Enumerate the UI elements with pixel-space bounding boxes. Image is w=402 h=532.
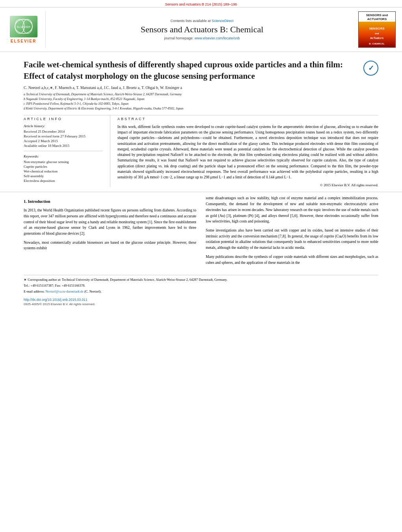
- keyword-2: Wet-chemical reduction: [24, 169, 103, 173]
- crossmark-icon: ✓: [368, 64, 374, 72]
- article-info-col: ARTICLE INFO Article history: Received 2…: [24, 115, 110, 187]
- svg-text:AcTuators: AcTuators: [370, 37, 383, 39]
- sensors-actuators-logo: SENSORS andACTUATORS SENSORS and AcTuato…: [358, 11, 396, 48]
- svg-text:ELSEVIER: ELSEVIER: [17, 26, 30, 28]
- available-date: Available online 18 March 2015: [24, 144, 103, 148]
- journal-homepage: journal homepage: www.elsevier.com/locat…: [164, 36, 240, 40]
- abstract-text: In this work, different facile synthesis…: [117, 124, 378, 180]
- article-title-area: Facile wet-chemical synthesis of differe…: [24, 59, 378, 82]
- keyword-3: Self-assembly: [24, 174, 103, 178]
- email-link[interactable]: Neetzel@ca.tu-darmstadt.de: [45, 289, 84, 293]
- body-col-right: some disadvantages such as low stability…: [206, 195, 378, 269]
- revised-date: Received in revised form 27 February 201…: [24, 134, 103, 138]
- right-para-3: Many publications describe the synthesis…: [206, 254, 378, 265]
- crossmark-badge: ✓: [363, 61, 378, 76]
- elsevier-text: ELSEVIER: [11, 39, 36, 43]
- doi-link[interactable]: http://dx.doi.org/10.1016/j.snb.2015.03.…: [24, 298, 87, 302]
- intro-para-2: Nowadays, most commercially available bi…: [24, 240, 196, 251]
- journal-title: Sensors and Actuators B: Chemical: [141, 24, 264, 35]
- journal-citation: Sensors and Actuators B 214 (2015) 189–1…: [165, 2, 237, 6]
- sensors-logo-top-text: SENSORS andACTUATORS: [366, 13, 388, 21]
- article-title: Facile wet-chemical synthesis of differe…: [24, 59, 357, 82]
- copyright-line: © 2015 Elsevier B.V. All rights reserved…: [117, 183, 378, 187]
- right-para-1: some disadvantages such as low stability…: [206, 195, 378, 224]
- footnote-tel: Tel.: +49 6151167387; Fax: +49 615116637…: [24, 284, 378, 288]
- footnote-email: E-mail address: Neetzel@ca.tu-darmstadt.…: [24, 289, 378, 294]
- history-label: Article history:: [24, 124, 103, 128]
- article-header: Facile wet-chemical synthesis of differe…: [0, 52, 402, 115]
- elsevier-logo: ELSEVIER ELSEVIER: [6, 11, 46, 48]
- authors-line: C. Neetzel a,b,c,∗, F. Muench a, T. Mats…: [24, 85, 378, 90]
- svg-text:B: CHEMICAL: B: CHEMICAL: [369, 43, 385, 45]
- authors-text: C. Neetzel a,b,c,∗, F. Muench a, T. Mats…: [24, 85, 182, 90]
- sciencedirect-link[interactable]: ScienceDirect: [212, 19, 234, 23]
- sensors-logo-image: SENSORS and AcTuators B: CHEMICAL: [359, 22, 395, 47]
- article-info-heading: ARTICLE INFO: [24, 117, 103, 121]
- abstract-heading: ABSTRACT: [117, 117, 378, 121]
- homepage-link[interactable]: www.elsevier.com/locate/snb: [195, 36, 240, 40]
- keyword-0: Non-enzymatic glucose sensing: [24, 160, 103, 164]
- accepted-date: Accepted 2 March 2015: [24, 139, 103, 143]
- footnote-corresponding: ∗ Corresponding author at: Technical Uni…: [24, 278, 378, 282]
- contents-line: Contents lists available at ScienceDirec…: [170, 19, 233, 23]
- right-para-2: Some investigations also have been carri…: [206, 228, 378, 251]
- journal-header: ELSEVIER ELSEVIER Contents lists availab…: [0, 7, 402, 52]
- abstract-col: ABSTRACT In this work, different facile …: [110, 115, 378, 187]
- keyword-4: Electroless deposition: [24, 179, 103, 183]
- affiliation-a: a Technical University of Darmstadt, Dep…: [24, 92, 378, 97]
- affiliations: a Technical University of Darmstadt, Dep…: [24, 92, 378, 111]
- footnotes: ∗ Corresponding author at: Technical Uni…: [24, 275, 378, 294]
- elsevier-graphic: ELSEVIER: [10, 16, 37, 37]
- article-info-abstract: ARTICLE INFO Article history: Received 2…: [24, 115, 378, 187]
- intro-title: 1. Introduction: [24, 198, 196, 205]
- received-date: Received 25 December 2014: [24, 130, 103, 133]
- keywords-label: Keywords:: [24, 154, 103, 158]
- journal-bar: Sensors and Actuators B 214 (2015) 189–1…: [0, 0, 402, 7]
- doi-section: http://dx.doi.org/10.1016/j.snb.2015.03.…: [0, 295, 402, 302]
- keyword-1: Cuprite particles: [24, 165, 103, 169]
- two-col-body: 1. Introduction In 2013, the World Healt…: [0, 192, 402, 272]
- journal-center: Contents lists available at ScienceDirec…: [50, 11, 354, 48]
- svg-text:SENSORS: SENSORS: [369, 27, 385, 30]
- affiliation-c: c JSPS Postdoctoral Fellow, Kojimachi 5-…: [24, 102, 378, 106]
- intro-para-1: In 2013, the World Health Organization p…: [24, 208, 196, 237]
- affiliation-b: b Nagasaki University, Faculty of Engine…: [24, 97, 378, 102]
- affiliation-d: d Kinki University, Department of Electr…: [24, 106, 378, 111]
- svg-text:and: and: [375, 32, 379, 35]
- body-col-left: 1. Introduction In 2013, the World Healt…: [24, 195, 196, 269]
- issn-line: 0925-4005/© 2015 Elsevier B.V. All right…: [0, 302, 402, 309]
- divider-1: [24, 151, 103, 151]
